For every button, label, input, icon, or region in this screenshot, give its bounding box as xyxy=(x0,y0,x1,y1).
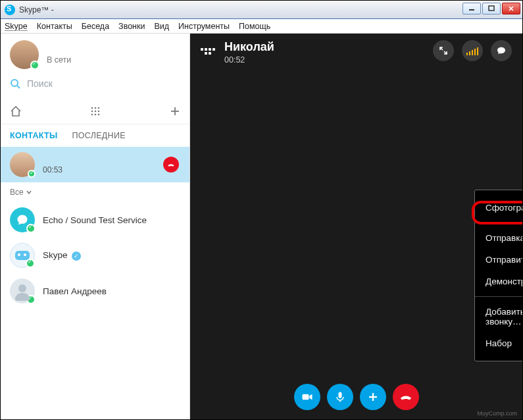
contact-label: Skype xyxy=(43,250,81,261)
sidebar: В сети Поиск КОНТАКТЫ ПО xyxy=(1,34,190,419)
menu-calls[interactable]: Звонки xyxy=(118,22,145,31)
presence-online-icon xyxy=(26,259,35,268)
menu-item-share-screen[interactable]: Демонстрация экрана… xyxy=(475,271,523,292)
new-conversation-button[interactable] xyxy=(161,106,180,117)
chevron-down-icon xyxy=(26,190,32,195)
presence-online-icon xyxy=(28,170,36,178)
video-icon xyxy=(301,390,314,404)
contact-label: Echo / Sound Test Service xyxy=(43,215,147,225)
svg-rect-18 xyxy=(338,392,341,398)
video-button[interactable] xyxy=(294,384,320,410)
hangup-icon xyxy=(166,160,176,169)
window-title: Skype™ - xyxy=(19,5,54,14)
hangup-icon xyxy=(399,390,413,404)
window-close-button[interactable] xyxy=(502,3,520,14)
svg-point-4 xyxy=(11,80,18,86)
self-avatar xyxy=(10,40,39,69)
menu-tools[interactable]: Инструменты xyxy=(178,22,230,31)
filter-label: Все xyxy=(10,188,24,197)
dialpad-button[interactable] xyxy=(30,107,161,116)
menu-contacts[interactable]: Контакты xyxy=(37,22,72,31)
self-profile[interactable]: В сети xyxy=(1,34,189,73)
skype-bot-avatar-icon xyxy=(10,243,35,268)
contact-echo[interactable]: Echo / Sound Test Service xyxy=(1,202,189,238)
presence-online-icon xyxy=(26,224,36,233)
plus-menu-popup: Сфотографировать… Отправка файлов… Отпра… xyxy=(474,190,523,361)
call-contact-name: Николай xyxy=(224,40,274,54)
dialpad-icon xyxy=(91,107,100,116)
menu-item-add-people[interactable]: Добавить участников к этому звонку… xyxy=(475,301,523,332)
svg-point-11 xyxy=(97,110,99,112)
home-button[interactable] xyxy=(10,105,30,117)
signal-icon xyxy=(466,46,478,55)
plus-icon xyxy=(170,106,180,117)
presence-online-icon xyxy=(26,295,36,304)
chat-button[interactable] xyxy=(491,40,512,61)
window-titlebar: Skype™ - xyxy=(1,1,522,19)
svg-line-5 xyxy=(17,86,20,88)
call-duration: 00:53 xyxy=(43,165,62,174)
svg-point-14 xyxy=(97,113,99,115)
menu-divider xyxy=(475,223,523,223)
menu-item-send-files[interactable]: Отправка файлов… xyxy=(475,227,523,249)
svg-rect-17 xyxy=(302,394,309,400)
call-header: Николай 00:52 xyxy=(190,34,522,71)
window-minimize-button[interactable] xyxy=(462,3,481,14)
menu-conversation[interactable]: Беседа xyxy=(82,22,109,31)
search-icon xyxy=(10,78,20,89)
contact-name xyxy=(43,155,62,165)
svg-point-6 xyxy=(91,107,93,109)
chat-icon xyxy=(496,45,507,56)
plus-icon xyxy=(366,390,380,404)
call-controls xyxy=(190,384,522,410)
echo-avatar-icon xyxy=(10,207,35,232)
plus-button[interactable] xyxy=(360,384,386,410)
svg-point-13 xyxy=(94,113,96,115)
call-panel: Николай 00:52 Сфотографировать… Отправка… xyxy=(190,34,522,419)
active-call-row[interactable]: 00:53 xyxy=(1,147,189,182)
verified-badge-icon xyxy=(72,251,81,261)
contact-avatar xyxy=(10,152,35,177)
call-timer: 00:52 xyxy=(224,55,274,65)
presence-online-icon xyxy=(30,61,39,70)
svg-point-9 xyxy=(91,110,93,112)
svg-point-8 xyxy=(97,107,99,109)
menu-item-snapshot[interactable]: Сфотографировать… xyxy=(475,197,523,219)
window-maximize-button[interactable] xyxy=(482,3,501,14)
menu-item-dialpad[interactable]: Набор xyxy=(475,332,523,354)
hangup-mini-button[interactable] xyxy=(163,157,179,172)
menubar: Skype Контакты Беседа Звонки Вид Инструм… xyxy=(1,19,522,34)
search-placeholder: Поиск xyxy=(27,78,53,89)
skype-logo-icon xyxy=(5,5,15,15)
self-status: В сети xyxy=(47,55,71,65)
search-input[interactable]: Поиск xyxy=(1,73,189,98)
conversation-list-button[interactable] xyxy=(201,44,215,59)
fullscreen-icon xyxy=(439,46,448,55)
contact-skype[interactable]: Skype xyxy=(1,238,189,273)
svg-point-12 xyxy=(91,113,93,115)
watermark: MoyComp.com xyxy=(477,410,517,417)
main-area: В сети Поиск КОНТАКТЫ ПО xyxy=(1,34,522,419)
contact-pavel[interactable]: Павел Андреев xyxy=(1,273,189,309)
contacts-filter[interactable]: Все xyxy=(1,182,189,202)
menu-view[interactable]: Вид xyxy=(154,22,169,31)
call-quality-button[interactable] xyxy=(462,40,483,61)
svg-rect-1 xyxy=(489,6,494,11)
self-name xyxy=(47,45,71,55)
microphone-button[interactable] xyxy=(327,384,353,410)
menu-item-send-contacts[interactable]: Отправить контакты… xyxy=(475,249,523,271)
microphone-icon xyxy=(334,390,347,404)
fullscreen-button[interactable] xyxy=(433,40,454,61)
svg-point-10 xyxy=(94,110,96,112)
menu-divider xyxy=(475,296,523,297)
home-icon xyxy=(10,105,22,117)
view-switch-bar xyxy=(1,98,189,124)
menu-skype[interactable]: Skype xyxy=(5,22,28,31)
contact-avatar-placeholder xyxy=(10,278,35,303)
contact-label: Павел Андреев xyxy=(43,286,107,296)
tab-contacts[interactable]: КОНТАКТЫ xyxy=(10,131,57,140)
hangup-button[interactable] xyxy=(393,384,419,410)
sidebar-tabs: КОНТАКТЫ ПОСЛЕДНИЕ xyxy=(1,124,189,147)
menu-help[interactable]: Помощь xyxy=(239,22,270,31)
tab-recent[interactable]: ПОСЛЕДНИЕ xyxy=(72,131,125,140)
